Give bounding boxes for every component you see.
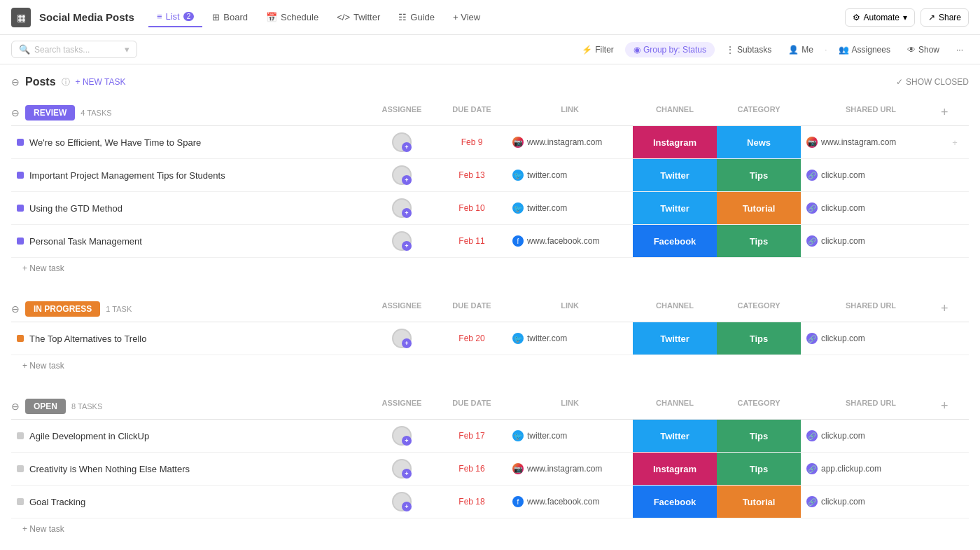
table-row: Agile Development in ClickUp + Feb 17 🐦 …: [11, 420, 969, 453]
due-date: Feb 16: [458, 464, 484, 474]
avatar-add-icon: +: [402, 338, 412, 348]
check-icon: ✓: [896, 77, 903, 87]
col-link-2: LINK: [507, 301, 633, 316]
me-button[interactable]: 👤 Me: [783, 42, 819, 57]
due-date-cell: Feb 9: [437, 137, 507, 147]
collapse-open-button[interactable]: ⊖: [11, 401, 20, 412]
assignee-cell: +: [367, 198, 437, 218]
due-date: Feb 9: [461, 137, 483, 147]
chevron-down-icon: ▾: [903, 13, 907, 22]
search-box[interactable]: 🔍 Search tasks... ▾: [11, 41, 137, 58]
tab-board[interactable]: ⊞ Board: [204, 8, 256, 27]
review-label: REVIEW: [25, 105, 75, 121]
subtasks-icon: ⋮: [726, 45, 734, 55]
share-button[interactable]: ↗ Share: [920, 8, 969, 27]
task-dot: [17, 172, 24, 179]
more-options-button[interactable]: ···: [951, 42, 969, 57]
tab-twitter[interactable]: </> Twitter: [328, 8, 388, 27]
collapse-review-button[interactable]: ⊖: [11, 107, 20, 118]
col-category: CATEGORY: [717, 105, 801, 120]
category-badge: Tips: [717, 420, 801, 452]
add-row-icon[interactable]: +: [952, 137, 958, 148]
channel-badge: Twitter: [633, 159, 717, 191]
tab-guide[interactable]: ☷ Guide: [390, 8, 443, 27]
col-category-3: CATEGORY: [717, 399, 801, 413]
shared-url-cell: 📷 www.instagram.com: [801, 137, 941, 148]
avatar: +: [392, 198, 412, 218]
board-icon: ⊞: [212, 12, 220, 22]
due-date: Feb 13: [458, 170, 484, 180]
automate-button[interactable]: ⚙ Automate ▾: [845, 8, 915, 27]
info-icon[interactable]: ⓘ: [62, 76, 70, 88]
new-task-button[interactable]: + NEW TASK: [76, 77, 126, 87]
col-category-2: CATEGORY: [717, 301, 801, 316]
filter-button[interactable]: ⚡ Filter: [576, 42, 620, 57]
twitter-icon: 🐦: [512, 333, 524, 344]
task-name-cell: Goal Tracking: [11, 494, 367, 510]
category-badge: Tips: [717, 225, 801, 257]
table-row: Important Project Management Tips for St…: [11, 159, 969, 192]
group-inprogress: ⊖ IN PROGRESS 1 TASK ASSIGNEE DUE DATE L…: [11, 296, 969, 376]
group-by-button[interactable]: ◉ Group by: Status: [625, 42, 715, 57]
table-row: Goal Tracking + Feb 18 f www.facebook.co…: [11, 486, 969, 518]
add-column-icon-2[interactable]: +: [941, 301, 948, 315]
app-icon: ▦: [11, 8, 31, 27]
section-name: Posts: [25, 76, 56, 88]
col-add-3[interactable]: +: [941, 399, 969, 413]
add-column-icon-3[interactable]: +: [941, 399, 948, 413]
subtasks-button[interactable]: ⋮ Subtasks: [720, 42, 777, 57]
task-name-cell: Agile Development in ClickUp: [11, 428, 367, 444]
row-add[interactable]: +: [941, 137, 969, 148]
channel-badge: Twitter: [633, 322, 717, 355]
clickup-icon: 🔗: [806, 496, 818, 507]
avatar: +: [392, 165, 412, 185]
task-dot: [17, 205, 24, 212]
tab-list[interactable]: ≡ List 2: [148, 7, 202, 27]
avatar-add-icon: +: [402, 241, 412, 251]
toolbar-right: ⚡ Filter ◉ Group by: Status ⋮ Subtasks 👤…: [576, 42, 969, 57]
channel-badge: Facebook: [633, 486, 717, 518]
category-badge: Tutorial: [717, 486, 801, 518]
assignees-button[interactable]: 👥 Assignees: [833, 42, 896, 57]
col-add-2[interactable]: +: [941, 301, 969, 316]
shared-url-cell: 🔗 clickup.com: [801, 333, 941, 344]
show-button[interactable]: 👁 Show: [902, 42, 945, 57]
shared-url-cell: 🔗 clickup.com: [801, 170, 941, 181]
show-closed-button[interactable]: ✓ SHOW CLOSED: [896, 77, 969, 87]
col-link: LINK: [507, 105, 633, 120]
facebook-icon: f: [512, 235, 524, 247]
new-task-review-button[interactable]: + New task: [11, 258, 969, 279]
new-task-inprogress-button[interactable]: + New task: [11, 355, 969, 376]
avatar-add-icon: +: [402, 208, 412, 218]
collapse-inprogress-button[interactable]: ⊖: [11, 303, 20, 315]
shared-url-cell: 🔗 clickup.com: [801, 430, 941, 441]
link-cell: 📷 www.instagram.com: [507, 463, 633, 474]
clickup-icon: 🔗: [806, 235, 818, 247]
link-cell: 📷 www.instagram.com: [507, 137, 633, 148]
add-view-btn[interactable]: + View: [444, 8, 489, 27]
col-link-3: LINK: [507, 399, 633, 413]
task-name: Personal Task Management: [29, 236, 142, 247]
due-date-cell: Feb 17: [437, 431, 507, 441]
collapse-posts-button[interactable]: ⊖: [11, 76, 20, 88]
avatar: +: [392, 231, 412, 251]
avatar: +: [392, 426, 412, 446]
due-date: Feb 17: [458, 431, 484, 441]
group-inprogress-header: ⊖ IN PROGRESS 1 TASK ASSIGNEE DUE DATE L…: [11, 296, 969, 322]
due-date: Feb 11: [458, 236, 484, 246]
me-icon: 👤: [788, 45, 799, 55]
channel-badge: Twitter: [633, 192, 717, 224]
tab-schedule[interactable]: 📅 Schedule: [258, 8, 327, 27]
assignee-cell: +: [367, 492, 437, 511]
col-due-date-2: DUE DATE: [437, 301, 507, 316]
col-assignee: ASSIGNEE: [367, 105, 437, 120]
task-name: Creativity is When Nothing Else Matters: [29, 464, 190, 474]
avatar: +: [392, 492, 412, 511]
col-add[interactable]: +: [941, 105, 969, 120]
col-assignee-2: ASSIGNEE: [367, 301, 437, 316]
inprogress-label: IN PROGRESS: [25, 301, 100, 317]
new-task-open-button[interactable]: + New task: [11, 518, 969, 539]
add-column-icon[interactable]: +: [941, 105, 948, 119]
search-icon: 🔍: [19, 44, 30, 55]
share-icon: ↗: [928, 13, 935, 22]
